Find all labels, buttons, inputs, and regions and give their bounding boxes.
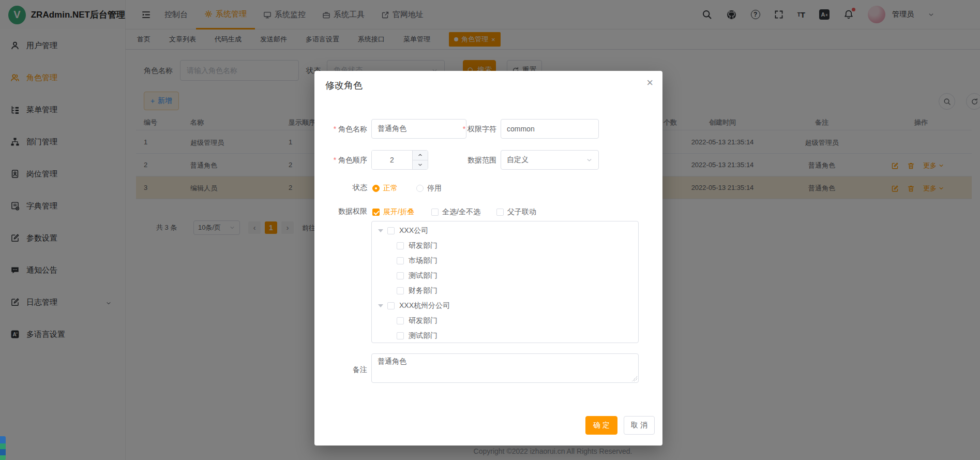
tree-node-dept[interactable]: 测试部门 xyxy=(372,328,638,343)
expand-collapse-checkbox[interactable]: 展开/折叠 xyxy=(372,207,414,217)
checkbox-box[interactable] xyxy=(387,227,395,234)
confirm-button[interactable]: 确 定 xyxy=(585,416,617,435)
tree-node-dept[interactable]: 市场部门 xyxy=(372,253,638,268)
checkbox-box xyxy=(372,209,380,216)
tree-node-label: 财务部门 xyxy=(409,286,438,295)
close-icon[interactable]: × xyxy=(646,77,653,88)
role-order-input[interactable] xyxy=(372,151,412,169)
checkbox-box xyxy=(496,209,504,216)
role-order-label: 角色顺序 xyxy=(314,150,367,170)
checkbox-box[interactable] xyxy=(397,317,404,324)
remark-textarea[interactable]: 普通角色 xyxy=(371,353,639,383)
cancel-button[interactable]: 取 消 xyxy=(624,416,655,435)
tree-node-label: 市场部门 xyxy=(409,256,438,265)
checkbox-box[interactable] xyxy=(397,272,404,279)
remark-label: 备注 xyxy=(314,360,367,379)
tree-node-dept[interactable]: 财务部门 xyxy=(372,283,638,298)
checkbox-label: 展开/折叠 xyxy=(383,207,414,217)
perm-char-label: 权限字符 xyxy=(444,119,496,139)
data-scope-value: 自定义 xyxy=(507,155,529,165)
tree-caret-icon[interactable] xyxy=(378,304,383,307)
tree-node-company[interactable]: XXX公司 xyxy=(372,223,638,238)
radio-dot xyxy=(416,185,424,192)
tree-node-company[interactable]: XXX杭州分公司 xyxy=(372,298,638,313)
radio-label: 正常 xyxy=(383,184,398,193)
checkbox-box[interactable] xyxy=(397,257,404,264)
tree-node-dept[interactable]: 研发部门 xyxy=(372,238,638,253)
role-name-label: 角色名称 xyxy=(314,119,367,139)
parent-child-link-checkbox[interactable]: 父子联动 xyxy=(496,207,536,217)
data-scope-label: 数据范围 xyxy=(444,150,496,170)
perm-char-input[interactable] xyxy=(501,119,599,139)
stepper-up-button[interactable] xyxy=(413,151,428,160)
edit-role-dialog: 修改角色 × 角色名称 权限字符 角色顺序 数据范围 自定义 状态 正常 停用 … xyxy=(314,71,662,446)
checkbox-box[interactable] xyxy=(387,302,395,309)
role-order-stepper xyxy=(371,150,428,170)
status-label: 状态 xyxy=(314,177,367,197)
checkbox-box[interactable] xyxy=(397,332,404,339)
stepper-down-button[interactable] xyxy=(413,160,428,170)
select-all-checkbox[interactable]: 全选/全不选 xyxy=(431,207,480,217)
status-radio-disabled[interactable]: 停用 xyxy=(416,184,442,193)
tree-node-label: XXX杭州分公司 xyxy=(399,301,450,310)
checkbox-label: 全选/全不选 xyxy=(442,207,480,217)
dialog-title: 修改角色 xyxy=(325,79,363,92)
tree-node-dept[interactable]: 测试部门 xyxy=(372,268,638,283)
data-permission-label: 数据权限 xyxy=(314,201,367,221)
tree-node-label: 测试部门 xyxy=(409,331,438,340)
tree-node-label: XXX公司 xyxy=(399,226,428,235)
select-chevron-icon xyxy=(586,157,593,164)
checkbox-box[interactable] xyxy=(397,242,404,249)
tree-node-label: 研发部门 xyxy=(409,316,438,325)
tree-node-dept[interactable]: 研发部门 xyxy=(372,313,638,328)
tree-node-label: 测试部门 xyxy=(409,271,438,280)
radio-dot xyxy=(372,185,380,192)
checkbox-box xyxy=(431,209,439,216)
department-tree: XXX公司 研发部门 市场部门 测试部门 财务部门 XXX杭州分公司 研发部门 … xyxy=(371,221,639,343)
data-scope-select[interactable]: 自定义 xyxy=(501,150,599,170)
tree-caret-icon[interactable] xyxy=(378,229,383,232)
checkbox-label: 父子联动 xyxy=(507,207,536,217)
tree-node-label: 研发部门 xyxy=(409,241,438,250)
radio-label: 停用 xyxy=(427,184,442,193)
status-radio-normal[interactable]: 正常 xyxy=(372,184,398,193)
devtools-toggle[interactable] xyxy=(0,436,6,460)
checkbox-box[interactable] xyxy=(397,287,404,294)
